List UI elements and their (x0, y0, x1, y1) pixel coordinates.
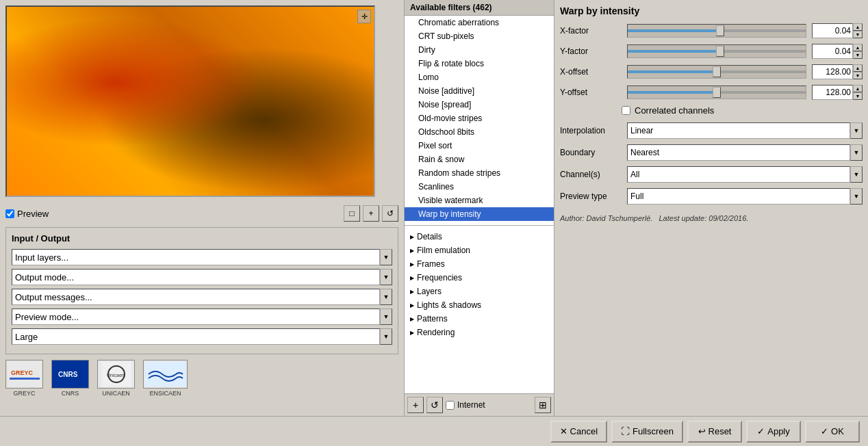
patterns-triangle-icon: ▶ (410, 316, 414, 322)
filter-item-noise-spread[interactable]: Noise [spread] (405, 98, 554, 112)
boundary-row: Boundary Nearest ▼ (560, 144, 863, 161)
filter-group-patterns[interactable]: ▶ Patterns (405, 312, 554, 326)
internet-label[interactable]: Internet (457, 400, 485, 410)
x-factor-up[interactable]: ▲ (853, 23, 863, 31)
preview-mode-arrow[interactable]: ▼ (380, 309, 392, 325)
size-arrow[interactable]: ▼ (380, 328, 392, 345)
ensicaen-logo-box: ENSICAEN (143, 360, 188, 397)
input-layers-value[interactable]: Input layers... (12, 249, 380, 265)
filter-item-rainsnow[interactable]: Rain & snow (405, 153, 554, 166)
output-messages-arrow[interactable]: ▼ (380, 289, 392, 305)
x-factor-down[interactable]: ▼ (853, 31, 863, 38)
x-factor-value-box: ▲ ▼ (812, 23, 863, 38)
filmemulation-group-label: Film emulation (417, 246, 470, 255)
correlated-channels-checkbox[interactable] (622, 106, 630, 115)
filter-item-pixelsort[interactable]: Pixel sort (405, 139, 554, 153)
filter-item-randomshade[interactable]: Random shade stripes (405, 166, 554, 180)
filter-item-flip[interactable]: Flip & rotate blocs (405, 57, 554, 70)
output-mode-row: Output mode... ▼ (12, 269, 392, 285)
y-offset-up[interactable]: ▲ (853, 85, 863, 92)
y-offset-down[interactable]: ▼ (853, 92, 863, 100)
expand-filter-button[interactable]: ⊞ (535, 397, 551, 413)
filter-item-noise-add[interactable]: Noise [additive] (405, 84, 554, 98)
zoom-in-button[interactable]: + (363, 205, 379, 222)
y-factor-down[interactable]: ▼ (853, 51, 863, 59)
filter-group-lights[interactable]: ▶ Lights & shadows (405, 298, 554, 312)
internet-checkbox[interactable] (446, 401, 455, 410)
y-offset-row: Y-offset ▲ ▼ (560, 85, 863, 100)
reset-button[interactable]: ↩ Reset (687, 421, 742, 443)
output-mode-value[interactable]: Output mode... (12, 269, 380, 285)
x-offset-up[interactable]: ▲ (853, 64, 863, 72)
size-value[interactable]: Large (12, 328, 380, 345)
fullscreen-button[interactable]: ⛶ Fullscreen (611, 421, 683, 443)
crosshair-button[interactable]: ✛ (357, 10, 371, 23)
x-offset-thumb[interactable] (713, 66, 721, 77)
x-offset-down[interactable]: ▼ (853, 72, 863, 79)
preview-mode-value[interactable]: Preview mode... (12, 309, 380, 325)
preview-type-value[interactable]: Full (627, 188, 850, 205)
filmemulation-triangle-icon: ▶ (410, 248, 414, 254)
filter-item-dirty[interactable]: Dirty (405, 43, 554, 57)
x-factor-thumb[interactable] (716, 25, 724, 36)
filter-group-filmemulation[interactable]: ▶ Film emulation (405, 244, 554, 257)
refresh-preview-button[interactable]: ↺ (382, 205, 398, 222)
filter-item-chromatic[interactable]: Chromatic aberrations (405, 16, 554, 29)
y-factor-thumb[interactable] (716, 46, 724, 57)
ok-button[interactable]: ✓ OK (805, 421, 860, 443)
unicaen-logo: Unicaen (97, 360, 135, 389)
output-mode-arrow[interactable]: ▼ (380, 269, 392, 285)
input-output-section: Input / Output Input layers... ▼ Output … (5, 227, 398, 354)
boundary-wrapper: Nearest ▼ (627, 144, 863, 161)
interpolation-arrow[interactable]: ▼ (850, 122, 863, 139)
y-offset-thumb[interactable] (713, 87, 721, 98)
boundary-arrow[interactable]: ▼ (850, 144, 863, 161)
filter-item-watermark[interactable]: Visible watermark (405, 194, 554, 207)
greyc-label: GREYC (13, 390, 35, 397)
x-offset-input[interactable] (812, 64, 853, 79)
x-offset-slider[interactable] (627, 65, 806, 79)
filter-item-oldschool[interactable]: Oldschool 8bits (405, 125, 554, 139)
refresh-filter-button[interactable]: ↺ (426, 397, 443, 413)
output-messages-row: Output messages... ▼ (12, 289, 392, 305)
y-factor-slider[interactable] (627, 44, 806, 58)
y-offset-label: Y-offset (560, 88, 622, 97)
apply-button[interactable]: ✓ Apply (746, 421, 801, 443)
boundary-value[interactable]: Nearest (627, 144, 850, 161)
y-offset-slider[interactable] (627, 86, 806, 99)
interpolation-value[interactable]: Linear (627, 122, 850, 139)
filter-item-lomo[interactable]: Lomo (405, 70, 554, 84)
channels-arrow[interactable]: ▼ (850, 166, 863, 183)
correlated-channels-label[interactable]: Correlated channels (635, 105, 714, 116)
y-factor-input[interactable] (812, 44, 853, 59)
filter-list[interactable]: Chromatic aberrations CRT sub-pixels Dir… (405, 16, 554, 393)
input-layers-arrow[interactable]: ▼ (380, 249, 392, 265)
channels-value[interactable]: All (627, 166, 850, 183)
output-messages-value[interactable]: Output messages... (12, 289, 380, 305)
y-factor-label: Y-factor (560, 47, 622, 56)
filter-item-warpbyintensity[interactable]: Warp by intensity (405, 207, 554, 221)
apply-label: Apply (767, 426, 790, 436)
frequencies-triangle-icon: ▶ (410, 275, 414, 281)
svg-rect-8 (145, 362, 186, 386)
preview-checkbox[interactable] (5, 209, 14, 218)
filter-group-rendering[interactable]: ▶ Rendering (405, 326, 554, 339)
filter-group-details[interactable]: ▶ Details (405, 230, 554, 244)
filter-item-crt[interactable]: CRT sub-pixels (405, 29, 554, 43)
y-factor-up[interactable]: ▲ (853, 44, 863, 51)
filter-item-scanlines[interactable]: Scanlines (405, 180, 554, 194)
zoom-out-button[interactable]: □ (344, 205, 360, 222)
x-factor-input[interactable] (812, 23, 853, 38)
filter-group-layers[interactable]: ▶ Layers (405, 285, 554, 298)
filter-item-oldmovie[interactable]: Old-movie stripes (405, 112, 554, 125)
filter-group-frequencies[interactable]: ▶ Frequencies (405, 271, 554, 285)
filter-group-frames[interactable]: ▶ Frames (405, 257, 554, 271)
preview-label[interactable]: Preview (17, 209, 49, 219)
x-factor-slider[interactable] (627, 24, 806, 38)
y-offset-input[interactable] (812, 85, 853, 100)
preview-type-arrow[interactable]: ▼ (850, 188, 863, 205)
y-offset-spin: ▲ ▼ (853, 85, 863, 100)
ensicaen-label: ENSICAEN (149, 390, 181, 397)
cancel-button[interactable]: ✕ Cancel (550, 421, 607, 443)
add-filter-button[interactable]: + (407, 397, 424, 413)
